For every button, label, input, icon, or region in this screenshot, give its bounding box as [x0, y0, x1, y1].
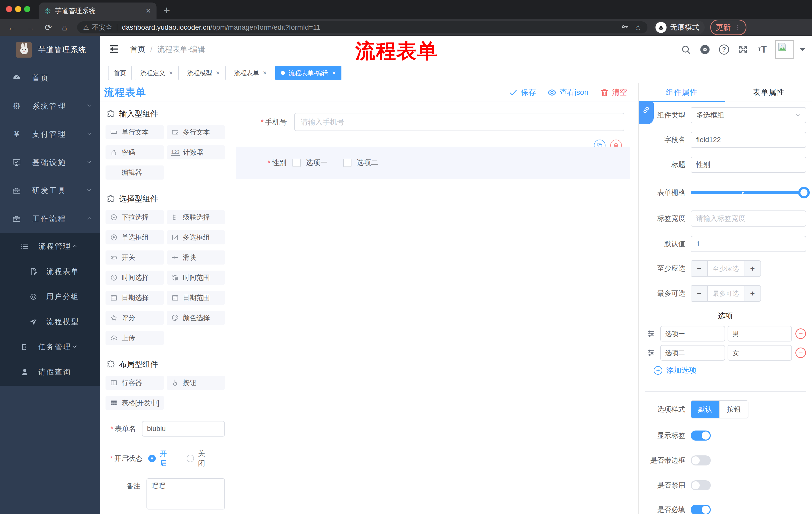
close-icon[interactable]: ✕ [263, 70, 267, 76]
component-rate[interactable]: 评分 [106, 311, 164, 325]
component-cascade[interactable]: 级联选择 [167, 210, 225, 224]
component-time-select[interactable]: 时间选择 [106, 271, 164, 285]
remove-option-button[interactable]: − [795, 328, 806, 339]
component-password[interactable]: 密码 [106, 145, 164, 159]
sidebar-item-process-model[interactable]: 流程模型 [0, 309, 100, 334]
help-icon[interactable]: ? [719, 44, 730, 55]
component-switch[interactable]: 开关 [106, 250, 164, 265]
increase-button[interactable]: + [744, 261, 760, 276]
update-button[interactable]: 更新 ⋮ [710, 20, 747, 35]
browser-tab[interactable]: ❊ 芋道管理系统 ✕ [39, 2, 156, 19]
search-icon[interactable] [680, 44, 691, 55]
forward-icon[interactable]: → [26, 23, 35, 32]
tag-process-model[interactable]: 流程模型✕ [182, 65, 226, 80]
component-button[interactable]: 按钮 [167, 376, 225, 390]
field-name-input[interactable] [691, 132, 806, 148]
sidebar-item-process-mgmt[interactable]: 流程管理 [0, 234, 100, 259]
component-counter[interactable]: 123 计数器 [167, 145, 225, 159]
view-json-button[interactable]: 查看json [547, 87, 588, 98]
disabled-toggle[interactable] [691, 480, 711, 490]
close-icon[interactable]: ✕ [216, 70, 220, 76]
component-row-container[interactable]: 行容器 [106, 376, 164, 390]
style-default-button[interactable]: 默认 [691, 401, 719, 418]
new-tab-button[interactable]: + [163, 3, 170, 17]
default-value-input[interactable] [691, 236, 806, 252]
radio-open[interactable]: 开启 [148, 449, 173, 468]
component-dropdown[interactable]: 下拉选择 [106, 210, 164, 224]
sidebar-logo[interactable]: 芋道管理系统 [0, 36, 100, 64]
sidebar-item-infrastructure[interactable]: 基础设施 [0, 148, 100, 177]
option2-value-input[interactable] [728, 345, 792, 360]
component-type-select[interactable]: 多选框组 [691, 107, 806, 123]
github-icon[interactable] [699, 44, 710, 55]
option1-value-input[interactable] [728, 326, 792, 342]
component-slider[interactable]: 滑块 [167, 250, 225, 265]
save-button[interactable]: 保存 [509, 87, 536, 98]
remove-option-button[interactable]: − [795, 348, 806, 358]
password-key-icon[interactable] [621, 23, 629, 32]
max-checked-input[interactable] [708, 286, 744, 301]
props-drawer-handle[interactable] [639, 102, 654, 124]
component-upload[interactable]: 上传 [106, 331, 164, 345]
component-date-select[interactable]: 日期选择 [106, 291, 164, 305]
form-remark-textarea[interactable]: 嘿嘿 [146, 478, 225, 510]
tag-process-form[interactable]: 流程表单✕ [229, 65, 272, 80]
component-checkbox-group[interactable]: 多选框组 [167, 231, 225, 244]
component-single-text[interactable]: 单行文本 [106, 125, 164, 139]
sidebar-item-workflow[interactable]: 工作流程 [0, 205, 100, 233]
zoom-window-button[interactable] [24, 6, 30, 12]
close-icon[interactable]: ✕ [169, 70, 173, 76]
label-width-input[interactable] [691, 211, 806, 226]
component-date-range[interactable]: 日期范围 [167, 291, 225, 305]
title-input[interactable] [691, 157, 806, 173]
sidebar-item-payment[interactable]: ¥ 支付管理 [0, 120, 100, 148]
show-label-toggle[interactable] [691, 431, 711, 440]
selected-component-gender[interactable]: *性别 选项一 选项二 [236, 146, 630, 179]
back-icon[interactable]: ← [7, 23, 16, 32]
required-toggle[interactable] [691, 505, 711, 514]
sidebar-item-user-group[interactable]: 用户分组 [0, 284, 100, 309]
increase-button[interactable]: + [744, 286, 760, 301]
component-multi-text[interactable]: 多行文本 [167, 125, 225, 139]
style-button-button[interactable]: 按钮 [719, 401, 748, 418]
sidebar-item-home[interactable]: 首页 [0, 64, 100, 92]
browser-menu-icon[interactable]: ⋮ [735, 26, 741, 29]
tag-home[interactable]: 首页 [108, 65, 132, 80]
radio-closed[interactable]: 关闭 [187, 449, 212, 468]
home-icon[interactable]: ⌂ [62, 23, 67, 32]
option1-label-input[interactable] [660, 326, 725, 342]
security-label[interactable]: 不安全 [92, 23, 112, 32]
chevron-down-icon[interactable] [800, 48, 806, 51]
decrease-button[interactable]: − [691, 286, 708, 301]
drag-handle-icon[interactable] [647, 349, 655, 357]
collapse-sidebar-icon[interactable] [109, 44, 120, 56]
component-radio-group[interactable]: 单选框组 [106, 231, 164, 244]
form-grid-slider[interactable] [691, 191, 804, 194]
tab-component-props[interactable]: 组件属性 [639, 83, 725, 102]
border-toggle[interactable] [691, 455, 711, 465]
component-editor[interactable]: 编辑器 [106, 165, 164, 180]
sidebar-item-process-form[interactable]: 流程表单 [0, 259, 100, 284]
clear-button[interactable]: 清空 [600, 87, 627, 98]
sidebar-item-task-mgmt[interactable]: 任务管理 [0, 334, 100, 360]
component-table[interactable]: 表格[开发中] [106, 396, 164, 410]
component-time-range[interactable]: 时间范围 [167, 271, 225, 285]
form-name-input[interactable] [142, 421, 225, 437]
breadcrumb-home[interactable]: 首页 [130, 44, 145, 55]
sidebar-item-devtools[interactable]: 研发工具 [0, 177, 100, 205]
close-icon[interactable]: ✕ [332, 70, 336, 76]
checkbox-option1[interactable] [292, 159, 301, 167]
decrease-button[interactable]: − [691, 261, 708, 276]
avatar[interactable] [775, 40, 794, 59]
slider-handle[interactable] [798, 187, 810, 198]
sidebar-item-system[interactable]: ⚙ 系统管理 [0, 92, 100, 120]
address-bar[interactable]: ⚠ 不安全 dashboard.yudao.iocoder.cn /bpm/ma… [77, 21, 647, 33]
phone-field-input[interactable] [294, 113, 624, 131]
option2-label-input[interactable] [660, 345, 725, 360]
checkbox-option2[interactable] [343, 159, 351, 167]
sidebar-item-leave-query[interactable]: 请假查询 [0, 360, 100, 385]
min-checked-input[interactable] [708, 261, 744, 276]
close-window-button[interactable] [6, 6, 12, 12]
fullscreen-icon[interactable] [737, 44, 749, 55]
tag-process-form-edit[interactable]: 流程表单-编辑✕ [276, 65, 342, 80]
